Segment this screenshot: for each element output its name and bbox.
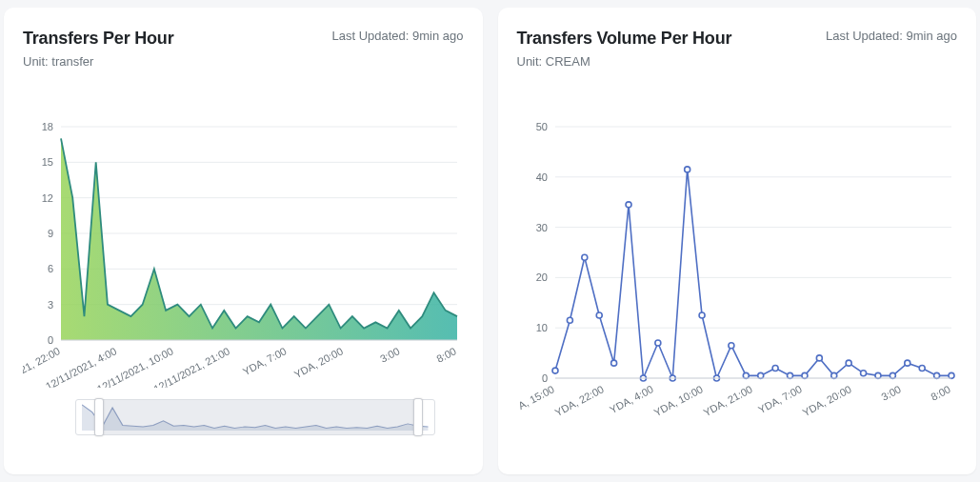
chart-title: Transfers Per Hour [23,29,173,49]
svg-text:0: 0 [48,334,53,346]
svg-point-44 [552,368,558,373]
svg-text:12: 12 [42,192,53,204]
svg-point-58 [757,372,763,378]
svg-point-71 [949,372,954,378]
card-header: Transfers Volume Per Hour Unit: CREAM La… [517,29,958,69]
svg-point-47 [596,312,602,318]
svg-text:A, 15:00: A, 15:00 [517,383,556,412]
svg-text:YDA, 22:00: YDA, 22:00 [552,383,605,418]
title-block: Transfers Per Hour Unit: transfer [23,29,173,69]
svg-text:YDA, 20:00: YDA, 20:00 [292,345,345,380]
svg-point-62 [816,355,822,361]
card-transfers-volume-per-hour: Transfers Volume Per Hour Unit: CREAM La… [498,8,977,474]
svg-text:YDA, 10:00: YDA, 10:00 [651,383,704,418]
svg-text:YDA, 4:00: YDA, 4:00 [608,383,655,415]
range-scrubber[interactable] [75,399,435,435]
range-handle-right[interactable] [413,398,423,436]
svg-text:YDA, 20:00: YDA, 20:00 [800,383,852,418]
svg-point-57 [743,372,749,378]
chart-unit: Unit: transfer [23,54,173,69]
range-handle-left[interactable] [94,398,104,436]
svg-point-59 [772,365,778,371]
svg-point-70 [933,372,939,378]
svg-text:6: 6 [48,263,53,274]
card-transfers-per-hour: Transfers Per Hour Unit: transfer Last U… [4,8,483,474]
svg-text:15: 15 [42,156,53,168]
svg-text:20: 20 [535,271,547,283]
svg-text:3:00: 3:00 [879,383,903,403]
line-chart[interactable]: 01020304050A, 15:00YDA, 22:00YDA, 4:00YD… [517,121,958,426]
svg-point-61 [801,372,807,378]
last-updated: Last Updated: 9min ago [826,29,957,43]
svg-text:YDA, 7:00: YDA, 7:00 [241,345,289,377]
svg-point-66 [874,372,880,378]
svg-text:YDA, 21:00: YDA, 21:00 [701,383,753,418]
svg-point-64 [846,360,851,366]
svg-text:3:00: 3:00 [378,345,402,365]
svg-point-53 [684,167,690,172]
svg-point-48 [610,360,616,366]
area-chart[interactable]: 0369121518/2021, 22:0012/11/2021, 4:0012… [23,121,464,388]
svg-point-65 [860,371,866,376]
svg-text:3: 3 [48,299,53,311]
svg-text:8:00: 8:00 [434,345,458,365]
svg-point-67 [890,372,895,378]
svg-point-46 [581,254,587,260]
svg-point-69 [919,365,925,371]
svg-point-68 [904,360,910,366]
svg-point-49 [626,202,631,208]
svg-text:30: 30 [535,222,547,233]
svg-text:40: 40 [535,171,547,183]
svg-point-60 [787,372,792,378]
svg-text:50: 50 [535,121,547,132]
svg-point-45 [567,317,572,323]
svg-text:18: 18 [42,121,53,132]
svg-point-56 [728,343,733,349]
chart-title: Transfers Volume Per Hour [517,29,732,49]
svg-point-63 [830,372,836,378]
chart-unit: Unit: CREAM [517,54,732,69]
last-updated: Last Updated: 9min ago [331,29,463,43]
svg-point-51 [654,340,660,346]
title-block: Transfers Volume Per Hour Unit: CREAM [517,29,732,69]
svg-point-54 [699,312,705,318]
svg-text:8:00: 8:00 [929,383,952,403]
card-header: Transfers Per Hour Unit: transfer Last U… [23,29,464,69]
range-selection[interactable] [98,400,420,434]
svg-text:9: 9 [48,228,53,239]
svg-text:0: 0 [541,372,547,384]
svg-text:10: 10 [535,322,547,333]
svg-text:YDA, 7:00: YDA, 7:00 [756,383,804,415]
